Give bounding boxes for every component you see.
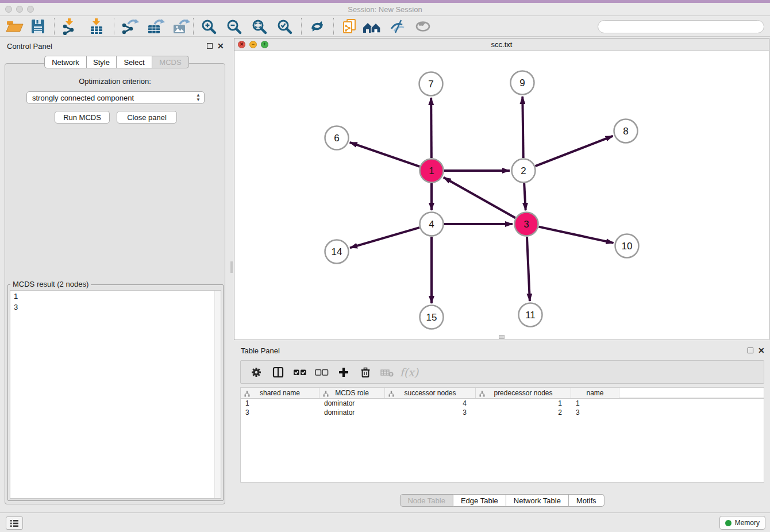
tab-select[interactable]: Select: [117, 56, 152, 68]
close-panel-button[interactable]: Close panel: [117, 111, 177, 124]
canvas-resize-handle[interactable]: [499, 335, 505, 339]
float-panel-icon[interactable]: [207, 43, 213, 49]
graph-edge-2-8[interactable]: [536, 136, 613, 166]
zoom-out-button[interactable]: [223, 17, 246, 36]
tab-node-table[interactable]: Node Table: [399, 494, 453, 507]
network-frame-title: scc.txt: [234, 40, 769, 49]
zoom-selected-button[interactable]: [274, 17, 297, 36]
node-table: shared nameMCDS rolesuccessor nodesprede…: [240, 387, 764, 483]
column-header-successor-nodes[interactable]: successor nodes: [385, 388, 476, 398]
graph-edge-3-10[interactable]: [538, 227, 613, 243]
table-cell: 2: [476, 408, 571, 417]
close-panel-icon[interactable]: ✕: [758, 346, 765, 354]
tab-motifs[interactable]: Motifs: [569, 494, 605, 507]
window-title: Session: New Session: [0, 5, 770, 14]
zoom-selected-icon: [275, 18, 295, 35]
unchecked-boxes-icon: [315, 367, 329, 378]
table-header-row: shared nameMCDS rolesuccessor nodesprede…: [241, 387, 764, 399]
ndex-browse-button[interactable]: [361, 17, 384, 36]
zoom-in-button[interactable]: [198, 17, 221, 36]
result-scrollbar[interactable]: [214, 291, 221, 498]
create-column-button[interactable]: [333, 364, 355, 381]
tab-mcds[interactable]: MCDS: [152, 56, 189, 68]
table-cell: dominator: [319, 399, 385, 408]
column-type-icon: [479, 391, 485, 397]
columns-icon: [272, 367, 284, 378]
export-network-button[interactable]: [118, 17, 141, 36]
function-builder-button-disabled: f(x): [398, 364, 420, 381]
titlebar: Session: New Session: [0, 3, 770, 16]
mcds-result-list[interactable]: 13: [10, 290, 221, 499]
graph-node-label: 2: [521, 165, 526, 176]
table-cell: 1: [571, 399, 619, 408]
refresh-view-button[interactable]: [306, 17, 329, 36]
tab-network[interactable]: Network: [44, 56, 87, 68]
tab-style[interactable]: Style: [87, 56, 117, 68]
hide-graphics-details-button[interactable]: [386, 17, 409, 36]
table-cell: 3: [385, 408, 476, 417]
criterion-select[interactable]: strongly connected component ▲▼: [26, 91, 205, 104]
table-tabs: Node Table Edge Table Network Table Moti…: [399, 494, 604, 507]
eye-icon: [413, 18, 433, 35]
graph-edge-1-7[interactable]: [431, 98, 432, 158]
tab-edge-table[interactable]: Edge Table: [453, 494, 506, 507]
graph-edge-3-1[interactable]: [444, 178, 515, 218]
select-stepper-icon: ▲▼: [196, 93, 201, 102]
table-settings-button[interactable]: [245, 364, 267, 381]
graph-edge-2-9[interactable]: [522, 97, 523, 158]
deselect-all-rows-button[interactable]: [311, 364, 333, 381]
memory-button[interactable]: Memory: [719, 516, 765, 530]
graph-edge-2-3[interactable]: [524, 183, 526, 210]
graph-node-label: 9: [519, 78, 525, 88]
table-panel-title: Table Panel: [241, 346, 280, 355]
export-table-icon: [145, 18, 165, 35]
control-panel: Control Panel ✕ Network Style Select MCD…: [0, 37, 230, 512]
graph-edge-3-11[interactable]: [527, 237, 530, 301]
refresh-icon: [307, 18, 327, 35]
column-header-shared-name[interactable]: shared name: [241, 388, 319, 398]
search-input[interactable]: [598, 20, 764, 33]
panel-splitter[interactable]: [230, 261, 233, 273]
show-graphics-details-button[interactable]: [411, 17, 434, 36]
control-panel-tabs: Network Style Select MCDS: [44, 56, 189, 68]
graph-edge-4-14[interactable]: [350, 228, 419, 248]
table-cell: 4: [385, 399, 476, 408]
network-canvas[interactable]: 1234678910111415: [234, 51, 769, 340]
table-row[interactable]: 1dominator411: [241, 399, 764, 408]
gear-icon: [251, 367, 262, 378]
ndex-document-icon: [340, 18, 359, 35]
float-panel-icon[interactable]: [748, 348, 753, 353]
run-mcds-button[interactable]: Run MCDS: [55, 111, 110, 124]
column-header-predecessor-nodes[interactable]: predecessor nodes: [476, 388, 571, 398]
import-network-button[interactable]: [59, 17, 82, 36]
ndex-import-button[interactable]: [338, 17, 361, 36]
zoom-fit-button[interactable]: [248, 17, 271, 36]
column-header-name[interactable]: name: [571, 388, 619, 398]
save-session-button[interactable]: [26, 17, 49, 36]
table-panel: Table Panel ✕: [234, 341, 770, 512]
delete-table-button-disabled: [376, 364, 398, 381]
tab-network-table[interactable]: Network Table: [506, 494, 569, 507]
column-header-MCDS-role[interactable]: MCDS role: [319, 388, 385, 398]
table-row[interactable]: 3dominator323: [241, 408, 764, 417]
select-all-rows-button[interactable]: [289, 364, 311, 381]
close-panel-icon[interactable]: ✕: [217, 42, 224, 50]
open-session-button[interactable]: [3, 17, 26, 36]
table-cell: dominator: [319, 408, 385, 417]
graph-edge-1-6[interactable]: [350, 142, 420, 167]
toolbar-separator: [333, 18, 334, 35]
import-table-button[interactable]: [85, 17, 108, 36]
application-window: Session: New Session: [0, 0, 770, 532]
delete-column-button[interactable]: [355, 364, 376, 381]
fx-label: f(x): [400, 366, 419, 379]
show-column-panel-button[interactable]: [267, 364, 289, 381]
export-image-button[interactable]: [169, 17, 192, 36]
import-table-icon: [87, 18, 106, 35]
mcds-result-group: MCDS result (2 nodes) 13: [7, 284, 224, 501]
toolbar-separator: [193, 18, 194, 35]
export-table-button[interactable]: [144, 17, 167, 36]
memory-label: Memory: [735, 519, 760, 527]
show-task-history-button[interactable]: [6, 516, 23, 530]
table-cell: 3: [571, 408, 619, 417]
main-toolbar: [0, 16, 770, 37]
